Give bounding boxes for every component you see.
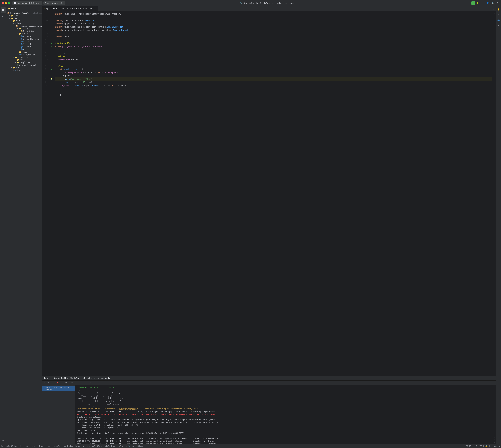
rerun-button[interactable]: ↻ [43,381,47,384]
tree-item-user[interactable]: ▶ 🅒 User [6,48,42,51]
test-tab-close[interactable]: ✕ [112,377,113,379]
statusbar-line-sep[interactable]: LF [475,445,477,447]
tree-item-static[interactable]: ▶ 📁 static [6,59,42,61]
tree-item-subject[interactable]: ▶ 🅒 Subject [6,43,42,46]
debug-button[interactable]: 🐛 [476,1,480,5]
tree-item-test[interactable]: ▾ 📁 test [6,66,42,69]
clear-output-icon[interactable]: 🗑 [494,442,496,443]
run-tree-item-app[interactable]: ✓ SpringBootDataStudyApp 304 ms [42,386,75,391]
svg-rect-1 [3,9,4,10]
code-line-33: .eq( column: "id", val: 1); [55,81,492,84]
output-line-parameters: ==> Parameters: lbw(String), 1(Integer) [77,427,492,429]
account-button[interactable]: 👤 [486,1,490,5]
scroll-down2-icon[interactable]: ▼ [495,439,495,441]
code-line-15: import org.junit.jupiter.api.Test; [55,22,492,25]
run-tab-label: Run [44,377,48,379]
statusbar-encoding[interactable]: UTF-8 [478,445,484,447]
settings-button[interactable]: ⚙ [496,1,499,5]
tree-item-score[interactable]: ▶ 🅒 Score [6,40,42,43]
tree-item-idea[interactable]: ▶ 📁 .idea [6,14,42,17]
run-tab[interactable]: Run [42,376,50,380]
breadcrumb-item[interactable]: springbootdatastudy [64,445,84,447]
code-line-27 [55,61,492,64]
maximize-button[interactable] [8,2,10,4]
output-line-updates: <== Updates: 1 [77,429,492,432]
filter-button[interactable]: ≡↓ [70,381,74,384]
export-button[interactable]: ⏱ [78,381,82,384]
tree-item-springbootdata-main[interactable]: ▶ 🅒 SpringBootData... [6,53,42,56]
test-result-tab[interactable]: ✓ SpringBootDataStudyApplicationTests.co… [50,376,115,380]
sort-button[interactable]: ⊞ [52,381,55,384]
tree-item-java[interactable]: ▾ ☕ java [6,22,42,25]
tab-split-button[interactable]: ⊡ [492,7,495,11]
more-run-button[interactable]: ⋯ [88,381,92,384]
sidebar-icon-bookmark[interactable]: ☆ [1,24,6,29]
breadcrumb-item[interactable]: com [46,445,50,447]
code-line-20 [55,38,492,42]
minimize-button[interactable] [5,2,7,4]
close-button[interactable] [2,2,4,4]
tree-item-main[interactable]: ▾ 📁 main [6,19,42,22]
search-button[interactable]: 🔍 [491,1,495,5]
scroll-up2-icon[interactable]: ▲ [495,435,495,437]
breadcrumb-item[interactable]: SpringBootDataStudy [1,445,22,447]
right-sidebar-problems[interactable]: ⚠ [497,12,501,16]
sidebar-icon-more[interactable]: ⋯ [1,438,6,443]
settings-run-button[interactable]: ⊞ [83,381,86,384]
tree-item-test-java[interactable]: ▾ ☕ java [6,69,42,72]
tree-item-mybatis-config[interactable]: ▶ 🅒 MybatisConfi... [6,30,42,32]
code-line-22: class SpringBootDataStudyApplicationTest… [55,45,492,48]
sidebar-icon-git[interactable] [1,13,6,18]
version-control-button[interactable]: Version control ▾ [43,1,65,5]
right-sidebar-gradle[interactable]: m [497,23,501,27]
run-panel-content: ✓ SpringBootDataStudyApp 304 ms ✓ Tests … [42,385,496,444]
breadcrumb-item[interactable]: SpringBootDataStudyApplicationTests [87,445,125,447]
scroll-up-icon[interactable]: ▲ [495,385,495,387]
output-scrollbar[interactable]: ▲ ▲ ▼ ▼ 🗑 [494,385,496,444]
tree-item-templates[interactable]: ▶ 📁 templates [6,61,42,64]
tree-item-account[interactable]: ▶ 🅒 Account [6,35,42,38]
svg-rect-0 [2,9,3,10]
rerun-failed-button[interactable]: ↻! [47,381,51,384]
scroll-down-icon[interactable]: ▼ [495,437,495,439]
tree-item-src[interactable]: ▾ 📁 src [6,17,42,19]
project-selector[interactable]: SB SpringBootDataStudy ▾ [12,1,42,5]
tab-close-button[interactable]: ✕ [94,7,96,10]
cancel-button[interactable]: ⊘ [64,381,68,384]
code-line-26: UserMapper mapper; [55,58,492,61]
tree-item-account-detail[interactable]: ▶ 🅒 AccountDeta... [6,38,42,40]
test-tab-label: SpringBootDataStudyApplicationTests.cont… [54,377,110,379]
tree-item-springboot-root[interactable]: ▾ 📦 SpringBootDataStudy ~/Deskt... [6,12,42,14]
tree-item-config[interactable]: ▾ 📁 config [6,27,42,30]
statusbar-settings-icon[interactable]: ⚙ [499,445,500,447]
editor-scrollbar[interactable]: ▲ ▼ [494,11,496,376]
tab-actions-more[interactable]: ⋯ [489,7,491,11]
statusbar-sep-1: | [461,445,462,447]
line-num-33: 33 [42,81,48,84]
code-content[interactable]: import com.example.springbootdatastudy.m… [53,11,494,376]
editor-tab-main[interactable]: ☕ SpringBootDataStudyApplicationTests.ja… [42,6,98,11]
breadcrumb-item[interactable]: test [31,445,36,447]
statusbar-indent[interactable]: 4 spaces [489,445,497,447]
tree-item-teacher[interactable]: ▶ 🅒 Teacher [6,46,42,48]
more-actions-button[interactable]: ⋯ [481,1,485,5]
tree-item-application-yml[interactable]: ▶ 🗎 application.yml [6,64,42,66]
sidebar-icon-structure[interactable]: ⊞ [1,18,6,24]
tree-item-entity[interactable]: ▾ 📁 entity [6,32,42,35]
sidebar-icon-project[interactable] [1,7,6,13]
breadcrumb-item[interactable]: java [39,445,43,447]
stop-button[interactable]: ⏹ [56,381,60,384]
line-num-32: 32 [42,77,48,81]
tree-item-mapper[interactable]: ▶ 📁 mapper [6,51,42,53]
pause-button[interactable]: ⏸ [60,381,64,384]
breadcrumb-item[interactable]: example [53,445,61,447]
right-sidebar-notifications[interactable]: 🔔 [497,7,501,11]
breadcrumb-item[interactable]: 🔧 contextLoads [128,445,145,447]
breadcrumb-item[interactable]: src [25,445,28,447]
tree-item-com-example-spring[interactable]: ▾ 📦 com.example.spring... [6,25,42,27]
right-sidebar-database[interactable]: ⬤ [497,18,501,22]
statusbar-position[interactable]: 30:25 [466,445,471,447]
tree-item-resources[interactable]: ▾ 📁 resources [6,56,42,59]
run-button[interactable]: ▶ [471,1,475,5]
import-button[interactable]: ↑ [74,381,78,384]
